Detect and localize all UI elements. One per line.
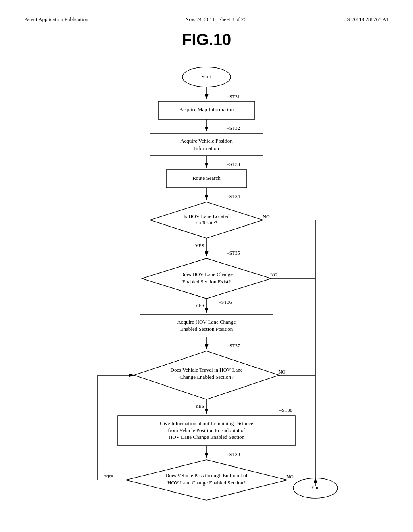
st37-no-label: NO [278, 369, 286, 375]
st34-text2: on Route? [196, 220, 217, 226]
st34-text1: Is HOV Lane Located [184, 213, 230, 219]
st32-text2: Information [194, 145, 219, 151]
line-st34-no [263, 220, 315, 486]
header-sheet: Sheet 8 of 26 [219, 16, 246, 22]
step-st34-label: ⌐ST34 [227, 194, 240, 200]
header-patent-number: US 2011/0288767 A1 [343, 16, 389, 23]
step-st33-label: ⌐ST33 [227, 162, 240, 167]
st38-text3: HOV Lane Change Enabled Section [169, 434, 245, 440]
st38-text1: Give Information about Remaining Distanc… [160, 420, 253, 426]
figure-title: FIG.10 [24, 31, 389, 49]
flowchart: Start ⌐ST31 Acquire Map Information ⌐ST3… [65, 61, 348, 506]
st38-text2: from Vehicle Position to Endpoint of [168, 427, 245, 433]
header-date-sheet: Nov. 24, 2011 Sheet 8 of 26 [185, 16, 246, 23]
st37-text1: Does Vehicle Travel in HOV Lane [171, 367, 243, 373]
st36-text2: Enabled Section Position [180, 326, 233, 332]
st39-yes-label: YES [104, 474, 114, 480]
st35-text2: Enabled Section Exist? [182, 278, 231, 285]
step-st38-label: ⌐ST38 [279, 407, 292, 413]
header-publication: Patent Application Publication [24, 16, 88, 23]
step-st36-label: ⌐ST36 [219, 299, 232, 305]
step-st31-label: ⌐ST31 [227, 94, 240, 100]
st35-yes-label: YES [195, 303, 204, 308]
header: Patent Application Publication Nov. 24, … [24, 16, 389, 23]
st39-no-label: NO [286, 474, 294, 480]
st35-no-label: NO [270, 272, 277, 278]
st35-text1: Does HOV Lane Change [180, 271, 233, 277]
step-st32-label: ⌐ST32 [227, 125, 240, 131]
st34-no-label: NO [263, 214, 270, 220]
st36-text1: Acquire HOV Lane Change [177, 319, 236, 325]
st31-text: Acquire Map Information [179, 106, 234, 112]
st39-text2: HOV Lane Change Enabled Section? [167, 480, 246, 486]
st37-text2: Change Enabled Section? [179, 374, 234, 380]
header-date: Nov. 24, 2011 [185, 16, 215, 22]
st32-node [150, 133, 263, 156]
page: Patent Application Publication Nov. 24, … [0, 0, 413, 532]
step-st35-label: ⌐ST35 [227, 250, 240, 256]
step-st37-label: ⌐ST37 [227, 343, 240, 349]
st33-text: Route Search [192, 175, 221, 181]
st37-yes-label: YES [195, 403, 204, 409]
step-st39-label: ⌐ST39 [227, 452, 240, 457]
st39-text1: Does Vehicle Pass through Endpoint of [165, 472, 248, 478]
start-label: Start [202, 73, 212, 79]
st32-text1: Acquire Vehicle Position [180, 138, 233, 144]
st34-yes-label: YES [195, 243, 204, 249]
